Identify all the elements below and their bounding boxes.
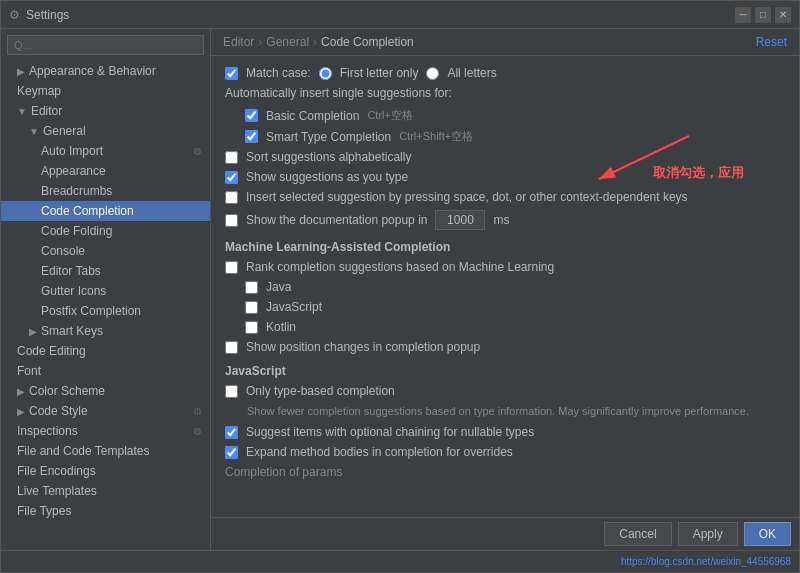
sidebar-item-label: File and Code Templates	[17, 444, 150, 458]
sidebar-item-file-encodings[interactable]: File Encodings	[1, 461, 210, 481]
insert-selected-label: Insert selected suggestion by pressing s…	[246, 190, 688, 204]
sidebar-item-color-scheme[interactable]: ▶ Color Scheme	[1, 381, 210, 401]
show-doc-popup-label: Show the documentation popup in	[246, 213, 427, 227]
suggest-optional-chaining-label: Suggest items with optional chaining for…	[246, 425, 534, 439]
sidebar-item-inspections[interactable]: Inspections ⚙	[1, 421, 210, 441]
first-letter-label: First letter only	[340, 66, 419, 80]
sidebar-item-live-templates[interactable]: Live Templates	[1, 481, 210, 501]
breadcrumb: Editor › General › Code Completion	[223, 35, 414, 49]
sort-alphabetically-checkbox[interactable]	[225, 151, 238, 164]
close-button[interactable]: ✕	[775, 7, 791, 23]
minimize-button[interactable]: ─	[735, 7, 751, 23]
javascript-label: JavaScript	[266, 300, 322, 314]
sidebar-item-label: Live Templates	[17, 484, 97, 498]
show-suggestions-label: Show suggestions as you type	[246, 170, 408, 184]
show-doc-popup-checkbox[interactable]	[225, 214, 238, 227]
sidebar-item-label: Keymap	[17, 84, 61, 98]
only-type-based-checkbox[interactable]	[225, 385, 238, 398]
sidebar-item-label: File Types	[17, 504, 71, 518]
settings-icon: ⚙	[193, 146, 202, 157]
sidebar-item-general[interactable]: ▼ General	[1, 121, 210, 141]
suggest-optional-chaining-checkbox[interactable]	[225, 426, 238, 439]
reset-link[interactable]: Reset	[756, 35, 787, 49]
arrow-icon: ▶	[29, 326, 37, 337]
popup-ms-input[interactable]	[435, 210, 485, 230]
smart-type-shortcut: Ctrl+Shift+空格	[399, 129, 473, 144]
show-position-checkbox[interactable]	[225, 341, 238, 354]
sort-alphabetically-label: Sort suggestions alphabetically	[246, 150, 411, 164]
sidebar-item-label: Inspections	[17, 424, 78, 438]
sidebar-item-appearance-behavior[interactable]: ▶ Appearance & Behavior	[1, 61, 210, 81]
cancel-button[interactable]: Cancel	[604, 522, 671, 546]
sidebar-item-auto-import[interactable]: Auto Import ⚙	[1, 141, 210, 161]
sidebar-item-appearance[interactable]: Appearance	[1, 161, 210, 181]
insert-selected-checkbox[interactable]	[225, 191, 238, 204]
sidebar-item-label: Postfix Completion	[41, 304, 141, 318]
sidebar-item-code-editing[interactable]: Code Editing	[1, 341, 210, 361]
basic-completion-label: Basic Completion	[266, 109, 359, 123]
sidebar-item-label: Appearance	[41, 164, 106, 178]
java-row: Java	[245, 280, 785, 294]
breadcrumb-sep2: ›	[313, 35, 317, 49]
sidebar-item-label: File Encodings	[17, 464, 96, 478]
sidebar-item-postfix-completion[interactable]: Postfix Completion	[1, 301, 210, 321]
rank-ml-row: Rank completion suggestions based on Mac…	[225, 260, 785, 274]
sidebar-item-console[interactable]: Console	[1, 241, 210, 261]
sidebar-item-smart-keys[interactable]: ▶ Smart Keys	[1, 321, 210, 341]
sidebar-item-label: Appearance & Behavior	[29, 64, 156, 78]
sidebar-item-label: Auto Import	[41, 144, 103, 158]
suggest-optional-chaining-row: Suggest items with optional chaining for…	[225, 425, 785, 439]
breadcrumb-part2: General	[266, 35, 309, 49]
sidebar-item-label: General	[43, 124, 86, 138]
bottom-buttons: Cancel Apply OK	[211, 517, 799, 550]
settings-icon: ⚙	[193, 406, 202, 417]
breadcrumb-sep1: ›	[258, 35, 262, 49]
arrow-icon: ▶	[17, 406, 25, 417]
sidebar-item-file-code-templates[interactable]: File and Code Templates	[1, 441, 210, 461]
apply-button[interactable]: Apply	[678, 522, 738, 546]
first-letter-radio[interactable]	[319, 67, 332, 80]
sidebar-item-label: Breadcrumbs	[41, 184, 112, 198]
sidebar-item-breadcrumbs[interactable]: Breadcrumbs	[1, 181, 210, 201]
rank-ml-checkbox[interactable]	[225, 261, 238, 274]
kotlin-checkbox[interactable]	[245, 321, 258, 334]
search-input[interactable]	[7, 35, 204, 55]
match-case-checkbox[interactable]	[225, 67, 238, 80]
main-content: ▶ Appearance & Behavior Keymap ▼ Editor …	[1, 29, 799, 550]
auto-insert-label: Automatically insert single suggestions …	[225, 86, 785, 100]
sort-alphabetically-row: Sort suggestions alphabetically	[225, 150, 785, 164]
sidebar-item-font[interactable]: Font	[1, 361, 210, 381]
java-checkbox[interactable]	[245, 281, 258, 294]
maximize-button[interactable]: □	[755, 7, 771, 23]
bottom-bar: https://blog.csdn.net/weixin_44556968	[1, 550, 799, 572]
sidebar-item-gutter-icons[interactable]: Gutter Icons	[1, 281, 210, 301]
sidebar-item-code-completion[interactable]: Code Completion	[1, 201, 210, 221]
ml-section-header: Machine Learning-Assisted Completion	[225, 240, 785, 254]
completion-params-row: Completion of params	[225, 465, 785, 479]
basic-completion-checkbox[interactable]	[245, 109, 258, 122]
show-doc-popup-row: Show the documentation popup in ms	[225, 210, 785, 230]
arrow-icon: ▼	[17, 106, 27, 117]
sidebar-item-editor[interactable]: ▼ Editor	[1, 101, 210, 121]
show-suggestions-checkbox[interactable]	[225, 171, 238, 184]
breadcrumb-active: Code Completion	[321, 35, 414, 49]
settings-window: ⚙ Settings ─ □ ✕ ▶ Appearance & Behavior…	[0, 0, 800, 573]
expand-method-bodies-checkbox[interactable]	[225, 446, 238, 459]
window-title: Settings	[26, 8, 69, 22]
breadcrumb-bar: Editor › General › Code Completion Reset	[211, 29, 799, 56]
show-position-row: Show position changes in completion popu…	[225, 340, 785, 354]
javascript-checkbox[interactable]	[245, 301, 258, 314]
arrow-icon: ▶	[17, 66, 25, 77]
smart-type-label: Smart Type Completion	[266, 130, 391, 144]
all-letters-radio[interactable]	[426, 67, 439, 80]
smart-type-checkbox[interactable]	[245, 130, 258, 143]
sidebar-item-keymap[interactable]: Keymap	[1, 81, 210, 101]
sidebar-item-file-types[interactable]: File Types	[1, 501, 210, 521]
kotlin-label: Kotlin	[266, 320, 296, 334]
sidebar-item-code-style[interactable]: ▶ Code Style ⚙	[1, 401, 210, 421]
sidebar-item-editor-tabs[interactable]: Editor Tabs	[1, 261, 210, 281]
sidebar-item-code-folding[interactable]: Code Folding	[1, 221, 210, 241]
breadcrumb-part1: Editor	[223, 35, 254, 49]
ok-button[interactable]: OK	[744, 522, 791, 546]
rank-ml-label: Rank completion suggestions based on Mac…	[246, 260, 554, 274]
